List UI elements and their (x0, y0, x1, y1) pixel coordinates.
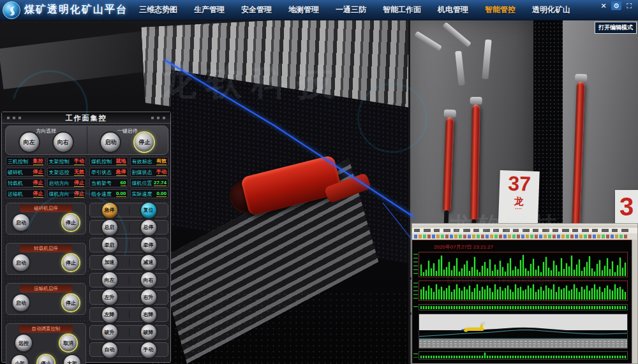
pair-button-牵停[interactable]: 牵停 (141, 237, 156, 252)
chart-bar (558, 287, 560, 300)
nav-item-8[interactable]: 智能管控 (485, 4, 516, 15)
nav-item-4[interactable]: 地测管理 (288, 4, 319, 15)
pair-button-row: 自动手动 (89, 342, 168, 357)
pair-button-复位[interactable]: 复位 (141, 203, 156, 218)
shearer-monitor-window[interactable]: 2020年07月27日 23:21:27 (412, 223, 638, 364)
nav-item-6[interactable]: 智能工作面 (383, 4, 421, 15)
chart-bar (438, 259, 440, 276)
chart-bar (619, 258, 621, 276)
status-value: 0.00 (156, 191, 167, 197)
chart-bar (469, 271, 470, 276)
pair-button-手动[interactable]: 手动 (141, 342, 156, 358)
chart-bar (520, 356, 521, 358)
chart-bar (474, 257, 475, 276)
status-label: 实际速度 (132, 191, 152, 198)
chart-bar (471, 267, 473, 276)
chart-bar (451, 356, 452, 358)
window-menubar[interactable] (412, 228, 637, 233)
pair-button-左升[interactable]: 左升 (102, 289, 117, 305)
chart-bar (563, 306, 565, 309)
chart-bar (589, 291, 590, 300)
pair-button-减速[interactable]: 减速 (141, 255, 156, 270)
group-button-向左[interactable]: 向左 (20, 133, 39, 152)
chart-bar (533, 284, 534, 300)
chart-bar (591, 288, 593, 300)
group-button-向右[interactable]: 向右 (54, 133, 73, 152)
chart-bar (581, 287, 582, 300)
chart-bar (528, 271, 529, 276)
pair-button-右升[interactable]: 右升 (141, 289, 156, 305)
chart-bar (497, 306, 498, 309)
chart-bar (594, 306, 595, 309)
chart-bar (441, 256, 442, 276)
machine-button-启动[interactable]: 启动 (13, 214, 29, 231)
status-value: 无效 (74, 168, 84, 176)
chart-bar (500, 306, 501, 309)
pair-button-总停[interactable]: 总停 (141, 220, 156, 235)
nav-item-1[interactable]: 三维态势图 (139, 4, 177, 15)
machine-button-停止[interactable]: 停止 (63, 295, 79, 311)
chart-bar (586, 356, 588, 358)
auto-button-小架[interactable]: 小架 (11, 355, 28, 364)
chart-area: 2020年07月27日 23:21:27 (412, 240, 632, 363)
pair-button-右降[interactable]: 右降 (141, 307, 156, 323)
window-scrollbar[interactable] (632, 240, 637, 363)
auto-button-停止[interactable]: 停止 (38, 355, 54, 364)
pair-button-左降[interactable]: 左降 (102, 307, 117, 323)
chart-bar (566, 286, 567, 300)
status-cell-left: 支架控制手动 (47, 157, 87, 166)
dragon-logo-icon[interactable] (3, 1, 20, 19)
nav-item-7[interactable]: 机电管理 (438, 4, 468, 15)
chart-bar (609, 289, 611, 300)
pair-button-加速[interactable]: 加速 (102, 255, 117, 270)
machine-button-停止[interactable]: 停止 (63, 254, 79, 271)
machine-button-启动[interactable]: 启动 (13, 254, 29, 271)
group-button-停止[interactable]: 停止 (135, 133, 154, 152)
chart-bar (597, 289, 598, 300)
pair-button-破升[interactable]: 破升 (102, 324, 117, 340)
chart-bar (535, 270, 537, 276)
chart-bar (597, 264, 598, 276)
auto-button-取消[interactable]: 取消 (60, 335, 77, 351)
pair-button-自动[interactable]: 自动 (102, 342, 117, 358)
group-button-启动[interactable]: 启动 (101, 133, 120, 152)
nav-item-9[interactable]: 透明化矿山 (532, 4, 570, 15)
nav-item-5[interactable]: 一通三防 (336, 4, 366, 15)
pair-button-总启[interactable]: 总启 (102, 220, 117, 235)
chart-bar (594, 356, 595, 358)
chart-bar (484, 262, 486, 276)
chart-bar (602, 306, 603, 309)
status-value: 手动 (74, 157, 84, 165)
pair-button-牵启[interactable]: 牵启 (102, 237, 117, 252)
open-edit-mode-button[interactable]: 打开编辑模式 (595, 22, 637, 34)
chart-bar (461, 356, 463, 358)
machine-button-停止[interactable]: 停止 (63, 214, 79, 231)
auto-button-远控[interactable]: 远控 (15, 335, 32, 351)
chart-bar (543, 306, 544, 309)
pair-button-破降[interactable]: 破降 (141, 324, 156, 340)
chart-bar (607, 306, 608, 309)
status-grid-right: 煤机控制就地有效标志有效牵引状态急停割煤状态手动当前架号60煤机位置27.74指… (89, 157, 168, 198)
nav-item-3[interactable]: 安全管理 (241, 4, 272, 15)
chart-bar (589, 356, 590, 358)
chart-bar (614, 284, 616, 300)
auto-button-大架[interactable]: 大架 (64, 355, 80, 364)
window-toolbar[interactable] (412, 233, 637, 240)
status-label: 当前架号 (91, 180, 112, 187)
chart-bar (535, 292, 537, 300)
chart-bar (545, 286, 547, 300)
chart-bar (436, 306, 437, 309)
chart-bar (451, 292, 452, 300)
chart-bar (512, 292, 514, 300)
machine-button-启动[interactable]: 启动 (13, 295, 29, 311)
pair-button-急停[interactable]: 急停 (102, 203, 117, 218)
tools-icon[interactable]: ✕ (598, 1, 609, 10)
nav-item-2[interactable]: 生产管理 (194, 4, 225, 15)
pair-button-向右[interactable]: 向右 (141, 272, 156, 288)
pair-button-向左[interactable]: 向左 (102, 272, 117, 288)
fullscreen-icon[interactable]: ⛶ (624, 1, 634, 10)
machine-section-title: 转载机启停 (20, 245, 71, 252)
gear-icon[interactable]: ⚙ (611, 1, 621, 10)
chart-bar (456, 258, 457, 276)
auto-align-title: 自动调直控制 (19, 325, 73, 333)
